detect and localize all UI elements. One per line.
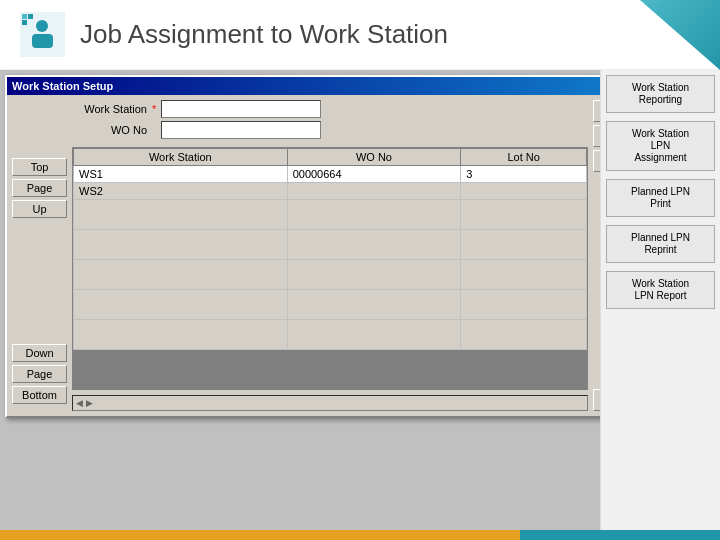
cell-work-station bbox=[74, 320, 288, 350]
table-row[interactable] bbox=[74, 320, 587, 350]
table-row[interactable]: WS2 bbox=[74, 183, 587, 200]
work-station-table: Work Station WO No Lot No WS1 00000664 3 bbox=[73, 148, 587, 350]
page-up-button[interactable]: Page bbox=[12, 179, 67, 197]
table-row[interactable]: WS1 00000664 3 bbox=[74, 166, 587, 183]
work-station-label: Work Station bbox=[72, 103, 147, 115]
center-form: Work Station * WO No bbox=[72, 100, 588, 411]
cell-work-station: WS2 bbox=[74, 183, 288, 200]
svg-rect-2 bbox=[32, 34, 53, 48]
main-area: Work Station Setup _ □ × Top Page Up Dow… bbox=[0, 70, 720, 540]
col-work-station: Work Station bbox=[74, 149, 288, 166]
table-container: Work Station WO No Lot No WS1 00000664 3 bbox=[72, 147, 588, 390]
dialog-body: Top Page Up Down Page Bottom Work Statio… bbox=[7, 95, 663, 416]
app-header: Job Assignment to Work Station bbox=[0, 0, 720, 70]
cell-wo-no bbox=[287, 183, 461, 200]
col-wo-no: WO No bbox=[287, 149, 461, 166]
up-button[interactable]: Up bbox=[12, 200, 67, 218]
navigation-panel: Top Page Up Down Page Bottom bbox=[12, 100, 67, 411]
svg-rect-3 bbox=[22, 14, 27, 19]
table-row[interactable] bbox=[74, 230, 587, 260]
down-button[interactable]: Down bbox=[12, 344, 67, 362]
cell-wo-no bbox=[287, 230, 461, 260]
svg-rect-5 bbox=[22, 20, 27, 25]
required-star: * bbox=[152, 103, 156, 115]
planned-lpn-print-button[interactable]: Planned LPNPrint bbox=[606, 179, 715, 217]
work-station-input[interactable] bbox=[161, 100, 321, 118]
cell-wo-no bbox=[287, 320, 461, 350]
cell-lot-no bbox=[461, 230, 587, 260]
work-station-lpn-assignment-button[interactable]: Work StationLPNAssignment bbox=[606, 121, 715, 171]
scrollbar-area: ◀ ▶ bbox=[72, 395, 588, 411]
form-fields: Work Station * WO No bbox=[72, 100, 588, 139]
svg-point-1 bbox=[36, 20, 48, 32]
table-header-row: Work Station WO No Lot No bbox=[74, 149, 587, 166]
app-logo bbox=[20, 12, 65, 57]
table-row[interactable] bbox=[74, 260, 587, 290]
wo-no-input[interactable] bbox=[161, 121, 321, 139]
work-station-reporting-button[interactable]: Work StationReporting bbox=[606, 75, 715, 113]
cell-work-station: WS1 bbox=[74, 166, 288, 183]
cell-wo-no bbox=[287, 260, 461, 290]
work-station-row: Work Station * bbox=[72, 100, 588, 118]
bottom-accent-teal bbox=[520, 530, 720, 540]
cell-lot-no bbox=[461, 320, 587, 350]
work-station-setup-dialog: Work Station Setup _ □ × Top Page Up Dow… bbox=[5, 75, 665, 418]
cell-lot-no bbox=[461, 260, 587, 290]
top-button[interactable]: Top bbox=[12, 158, 67, 176]
cell-wo-no bbox=[287, 200, 461, 230]
col-lot-no: Lot No bbox=[461, 149, 587, 166]
cell-wo-no: 00000664 bbox=[287, 166, 461, 183]
dialog-title: Work Station Setup bbox=[12, 80, 113, 92]
page-down-button[interactable]: Page bbox=[12, 365, 67, 383]
wo-no-row: WO No bbox=[72, 121, 588, 139]
table-row[interactable] bbox=[74, 290, 587, 320]
cell-lot-no bbox=[461, 183, 587, 200]
table-row[interactable] bbox=[74, 200, 587, 230]
cell-work-station bbox=[74, 260, 288, 290]
bottom-button[interactable]: Bottom bbox=[12, 386, 67, 404]
work-station-lpn-report-button[interactable]: Work StationLPN Report bbox=[606, 271, 715, 309]
header-accent bbox=[640, 0, 720, 70]
svg-rect-4 bbox=[28, 14, 33, 19]
wo-no-label: WO No bbox=[72, 124, 147, 136]
cell-work-station bbox=[74, 230, 288, 260]
cell-wo-no bbox=[287, 290, 461, 320]
app-right-sidebar: Work StationReporting Work StationLPNAss… bbox=[600, 70, 720, 540]
scroll-indicator: ◀ ▶ bbox=[76, 398, 93, 408]
cell-lot-no: 3 bbox=[461, 166, 587, 183]
dialog-titlebar: Work Station Setup _ □ × bbox=[7, 77, 663, 95]
cell-lot-no bbox=[461, 200, 587, 230]
cell-lot-no bbox=[461, 290, 587, 320]
cell-work-station bbox=[74, 200, 288, 230]
page-title: Job Assignment to Work Station bbox=[80, 19, 448, 50]
planned-lpn-reprint-button[interactable]: Planned LPNReprint bbox=[606, 225, 715, 263]
cell-work-station bbox=[74, 290, 288, 320]
